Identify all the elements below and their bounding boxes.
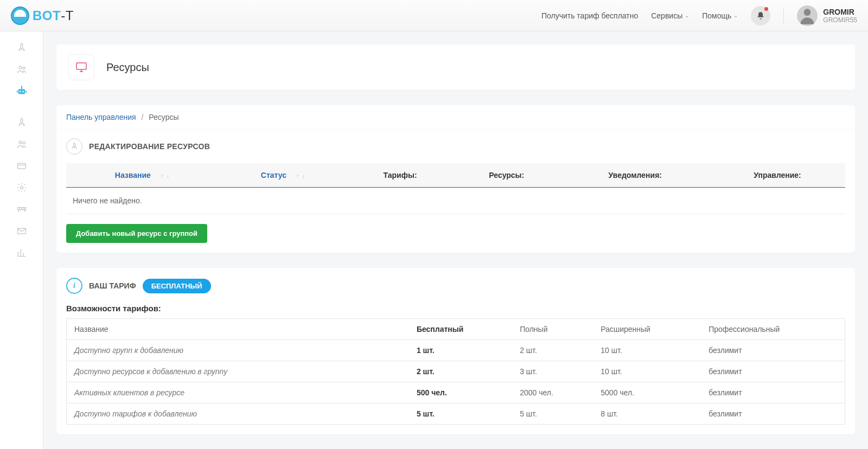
feat-ext: 8 шт.: [593, 403, 701, 425]
col-manage: Управление:: [710, 163, 845, 188]
page-icon-box: [68, 54, 94, 80]
svg-point-0: [804, 9, 811, 16]
chevron-down-icon: ⌄: [733, 12, 738, 18]
sidebar-item-stats[interactable]: [0, 242, 43, 264]
tariff-badge: БЕСПЛАТНЫЙ: [143, 279, 211, 293]
feat-full: 2 шт.: [512, 340, 593, 361]
rocket-icon: [16, 42, 27, 53]
add-resource-button[interactable]: Добавить новый ресурс с группой: [66, 224, 207, 243]
main: Ресурсы Панель управления / Ресурсы РЕДА…: [43, 31, 868, 449]
header-link-label: Сервисы: [651, 11, 682, 20]
svg-point-10: [19, 141, 22, 144]
feat-col-name: Название: [67, 319, 409, 340]
svg-point-2: [23, 67, 25, 69]
feat-ext: 10 шт.: [593, 361, 701, 382]
resources-card: Панель управления / Ресурсы РЕДАКТИРОВАН…: [56, 105, 855, 253]
feat-ext: 5000 чел.: [593, 382, 701, 403]
table-row-empty: Ничего не найдено.: [66, 188, 845, 214]
col-name[interactable]: Название↑ ↓: [66, 163, 219, 188]
sort-icon: ↑ ↓: [296, 172, 305, 179]
feat-pro: безлимит: [701, 403, 845, 425]
feat-full: 2000 чел.: [512, 382, 593, 403]
feat-free: 2 шт.: [409, 361, 512, 382]
tariff-title: ВАШ ТАРИФ: [89, 281, 136, 290]
breadcrumb-root[interactable]: Панель управления: [66, 113, 136, 121]
feat-label: Доступно тарифов к добавлению: [67, 403, 409, 425]
logo[interactable]: BOT-T: [11, 7, 74, 25]
feat-pro: безлимит: [701, 340, 845, 361]
feat-full: 5 шт.: [512, 403, 593, 425]
svg-point-13: [20, 187, 23, 189]
mail-icon: [16, 226, 27, 236]
notification-dot: [764, 7, 768, 11]
barrier-icon: [16, 204, 28, 215]
section-title: РЕДАКТИРОВАНИЕ РЕСУРСОВ: [89, 142, 210, 151]
sidebar-item-mail[interactable]: [0, 220, 43, 242]
header-link-free-tariff[interactable]: Получить тариф бесплатно: [541, 11, 638, 20]
features-title: Возможности тарифов:: [66, 304, 845, 313]
logo-text: BOT-T: [33, 8, 74, 23]
logo-icon: [11, 7, 29, 25]
feat-pro: безлимит: [701, 361, 845, 382]
svg-rect-9: [25, 91, 27, 93]
feat-free: 5 шт.: [409, 403, 512, 425]
svg-rect-12: [17, 163, 25, 169]
table-row: Название Бесплатный Полный Расширенный П…: [67, 319, 845, 340]
sidebar-item-users2[interactable]: [0, 133, 43, 155]
users-icon: [16, 139, 28, 150]
feat-col-ext: Расширенный: [593, 319, 701, 340]
feat-free: 500 чел.: [409, 382, 512, 403]
table-row: Доступно групп к добавлению1 шт.2 шт.10 …: [67, 340, 845, 361]
user-handle: GROMIR55: [823, 16, 857, 24]
sidebar-item-barrier[interactable]: [0, 198, 43, 220]
rocket-icon: [16, 117, 27, 128]
tariff-card: i ВАШ ТАРИФ БЕСПЛАТНЫЙ Возможности тариф…: [56, 268, 855, 434]
users-icon: [16, 64, 28, 75]
table-row: Активных клиентов в ресурсе500 чел.2000 …: [67, 382, 845, 403]
gear-icon: [16, 182, 27, 193]
svg-point-4: [19, 91, 21, 93]
breadcrumb-sep: /: [142, 113, 144, 121]
svg-point-1: [19, 66, 22, 69]
sidebar-item-settings[interactable]: [0, 177, 43, 198]
table-row: Доступно тарифов к добавлению5 шт.5 шт.8…: [67, 403, 845, 425]
breadcrumb-current: Ресурсы: [149, 113, 178, 121]
divider: [783, 8, 784, 24]
notifications-button[interactable]: [751, 6, 770, 25]
sidebar-item-rocket[interactable]: [0, 37, 43, 59]
col-status[interactable]: Статус↑ ↓: [219, 163, 348, 188]
feat-full: 3 шт.: [512, 361, 593, 382]
sidebar: [0, 31, 43, 449]
page-title: Ресурсы: [106, 61, 149, 74]
svg-point-11: [23, 142, 25, 144]
feat-free: 1 шт.: [409, 340, 512, 361]
header: BOT-T Получить тариф бесплатно Сервисы ⌄…: [0, 0, 868, 31]
bell-icon: [756, 11, 765, 20]
feat-pro: безлимит: [701, 382, 845, 403]
svg-point-5: [22, 91, 24, 93]
svg-rect-15: [17, 228, 25, 234]
chevron-down-icon: ⌄: [685, 12, 689, 18]
monitor-icon: [74, 61, 88, 74]
empty-message: Ничего не найдено.: [66, 188, 845, 214]
tariff-head: i ВАШ ТАРИФ БЕСПЛАТНЫЙ: [56, 268, 855, 304]
sidebar-item-bot[interactable]: [0, 80, 43, 102]
robot-icon: [15, 85, 28, 97]
header-link-label: Помощь: [702, 11, 731, 20]
user-name: GROMIR: [823, 8, 857, 16]
col-tariffs: Тарифы:: [348, 163, 452, 188]
feat-col-free: Бесплатный: [409, 319, 512, 340]
header-link-services[interactable]: Сервисы ⌄: [651, 11, 689, 20]
svg-rect-16: [76, 63, 86, 69]
sidebar-item-users[interactable]: [0, 59, 43, 80]
breadcrumb: Панель управления / Ресурсы: [56, 105, 855, 130]
sidebar-item-rocket2[interactable]: [0, 112, 43, 133]
user-menu[interactable]: GROMIR GROMIR55: [797, 5, 857, 26]
info-icon: i: [66, 278, 82, 294]
sidebar-item-card[interactable]: [0, 155, 43, 177]
resources-table-wrap: Название↑ ↓ Статус↑ ↓ Тарифы: Ресурсы: У…: [56, 163, 855, 224]
page-header: Ресурсы: [56, 44, 855, 90]
header-link-help[interactable]: Помощь ⌄: [702, 11, 738, 20]
section-head: РЕДАКТИРОВАНИЕ РЕСУРСОВ: [56, 130, 855, 163]
col-resources: Ресурсы:: [452, 163, 561, 188]
